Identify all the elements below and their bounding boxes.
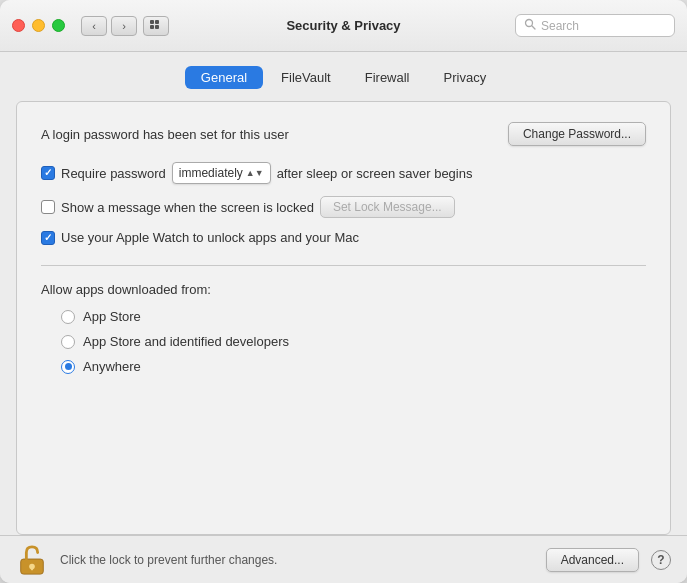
radio-anywhere[interactable]: Anywhere: [61, 359, 646, 374]
nav-buttons: ‹ ›: [81, 16, 137, 36]
search-icon: [524, 18, 536, 33]
content-area: A login password has been set for this u…: [16, 101, 671, 535]
apple-watch-label: Use your Apple Watch to unlock apps and …: [61, 230, 359, 245]
tab-firewall[interactable]: Firewall: [349, 66, 426, 89]
radio-app-store-identified-input[interactable]: [61, 335, 75, 349]
radio-anywhere-label: Anywhere: [83, 359, 141, 374]
set-lock-message-button[interactable]: Set Lock Message...: [320, 196, 455, 218]
help-button[interactable]: ?: [651, 550, 671, 570]
search-input[interactable]: [541, 19, 666, 33]
grid-button[interactable]: [143, 16, 169, 36]
tabs-bar: General FileVault Firewall Privacy: [0, 52, 687, 101]
search-box[interactable]: [515, 14, 675, 37]
window: ‹ › Security & Privacy General FileV: [0, 0, 687, 583]
svg-rect-0: [150, 20, 154, 24]
require-password-dropdown[interactable]: immediately ▲▼: [172, 162, 271, 184]
svg-rect-8: [31, 566, 33, 570]
advanced-button[interactable]: Advanced...: [546, 548, 639, 572]
require-password-suffix: after sleep or screen saver begins: [277, 166, 473, 181]
lock-icon-button[interactable]: [16, 542, 48, 578]
svg-line-5: [532, 26, 535, 29]
lock-icon: [18, 544, 46, 576]
radio-app-store[interactable]: App Store: [61, 309, 646, 324]
show-message-checkbox[interactable]: [41, 200, 55, 214]
show-message-row: Show a message when the screen is locked…: [41, 196, 646, 218]
password-row: A login password has been set for this u…: [41, 122, 646, 146]
password-description: A login password has been set for this u…: [41, 127, 289, 142]
radio-group: App Store App Store and identified devel…: [41, 309, 646, 374]
tab-general[interactable]: General: [185, 66, 263, 89]
apple-watch-checkbox[interactable]: [41, 231, 55, 245]
svg-rect-3: [155, 25, 159, 29]
maximize-button[interactable]: [52, 19, 65, 32]
tab-privacy[interactable]: Privacy: [428, 66, 503, 89]
dropdown-arrow-icon: ▲▼: [246, 168, 264, 178]
require-password-checkbox[interactable]: [41, 166, 55, 180]
forward-button[interactable]: ›: [111, 16, 137, 36]
radio-app-store-identified[interactable]: App Store and identified developers: [61, 334, 646, 349]
show-message-label: Show a message when the screen is locked: [61, 200, 314, 215]
radio-app-store-label: App Store: [83, 309, 141, 324]
radio-app-store-identified-label: App Store and identified developers: [83, 334, 289, 349]
radio-anywhere-input[interactable]: [61, 360, 75, 374]
require-password-row: Require password immediately ▲▼ after sl…: [41, 162, 646, 184]
titlebar: ‹ › Security & Privacy: [0, 0, 687, 52]
bottombar: Click the lock to prevent further change…: [0, 535, 687, 583]
close-button[interactable]: [12, 19, 25, 32]
radio-app-store-input[interactable]: [61, 310, 75, 324]
allow-apps-label: Allow apps downloaded from:: [41, 282, 646, 297]
lock-status-text: Click the lock to prevent further change…: [60, 553, 534, 567]
minimize-button[interactable]: [32, 19, 45, 32]
allow-apps-section: Allow apps downloaded from: App Store Ap…: [41, 282, 646, 374]
back-button[interactable]: ‹: [81, 16, 107, 36]
apple-watch-row: Use your Apple Watch to unlock apps and …: [41, 230, 646, 245]
require-password-label: Require password: [61, 166, 166, 181]
require-password-dropdown-value: immediately: [179, 166, 243, 180]
tab-filevault[interactable]: FileVault: [265, 66, 347, 89]
section-divider: [41, 265, 646, 266]
svg-rect-2: [150, 25, 154, 29]
change-password-button[interactable]: Change Password...: [508, 122, 646, 146]
svg-rect-1: [155, 20, 159, 24]
window-title: Security & Privacy: [286, 18, 400, 33]
traffic-lights: [12, 19, 65, 32]
